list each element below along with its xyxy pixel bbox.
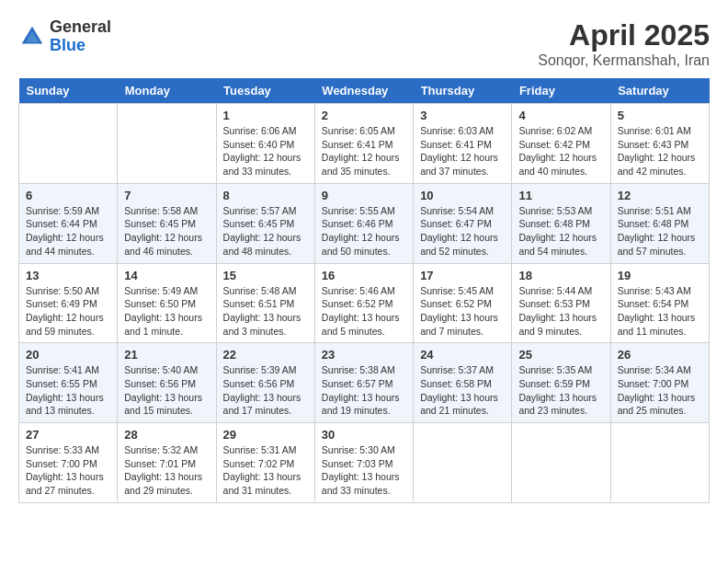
calendar-week-row: 20Sunrise: 5:41 AMSunset: 6:55 PMDayligh…: [19, 343, 710, 423]
day-info: Sunrise: 5:32 AMSunset: 7:01 PMDaylight:…: [124, 443, 209, 498]
day-number: 18: [518, 269, 603, 282]
table-row: 5Sunrise: 6:01 AMSunset: 6:43 PMDaylight…: [610, 104, 709, 184]
table-row: 16Sunrise: 5:46 AMSunset: 6:52 PMDayligh…: [314, 263, 413, 343]
day-info: Sunrise: 5:35 AMSunset: 6:59 PMDaylight:…: [518, 363, 603, 418]
day-info: Sunrise: 6:05 AMSunset: 6:41 PMDaylight:…: [322, 124, 406, 178]
day-info: Sunrise: 5:40 AMSunset: 6:56 PMDaylight:…: [124, 363, 209, 418]
table-row: 26Sunrise: 5:34 AMSunset: 7:00 PMDayligh…: [610, 343, 709, 423]
table-row: 2Sunrise: 6:05 AMSunset: 6:41 PMDaylight…: [314, 104, 413, 184]
table-row: 11Sunrise: 5:53 AMSunset: 6:48 PMDayligh…: [512, 183, 610, 263]
day-number: 20: [26, 348, 110, 362]
day-info: Sunrise: 5:55 AMSunset: 6:46 PMDaylight:…: [322, 204, 406, 259]
table-row: 19Sunrise: 5:43 AMSunset: 6:54 PMDayligh…: [610, 263, 709, 343]
day-number: 26: [618, 348, 702, 362]
day-info: Sunrise: 5:33 AMSunset: 7:00 PMDaylight:…: [26, 443, 110, 498]
location-subtitle: Sonqor, Kermanshah, Iran: [538, 52, 710, 69]
logo: General Blue: [18, 18, 111, 55]
day-number: 12: [618, 189, 702, 202]
col-saturday: Saturday: [610, 78, 709, 104]
day-number: 7: [124, 189, 209, 202]
col-sunday: Sunday: [19, 78, 118, 104]
table-row: 8Sunrise: 5:57 AMSunset: 6:45 PMDaylight…: [216, 183, 314, 263]
table-row: 13Sunrise: 5:50 AMSunset: 6:49 PMDayligh…: [19, 263, 118, 343]
day-info: Sunrise: 5:54 AMSunset: 6:47 PMDaylight:…: [420, 204, 505, 259]
table-row: [118, 104, 216, 184]
table-row: 15Sunrise: 5:48 AMSunset: 6:51 PMDayligh…: [216, 263, 314, 343]
day-number: 10: [420, 189, 505, 202]
day-number: 9: [322, 189, 406, 202]
day-info: Sunrise: 5:48 AMSunset: 6:51 PMDaylight:…: [223, 284, 308, 339]
day-info: Sunrise: 5:30 AMSunset: 7:03 PMDaylight:…: [322, 443, 406, 498]
calendar-table: Sunday Monday Tuesday Wednesday Thursday…: [18, 78, 710, 503]
day-info: Sunrise: 5:34 AMSunset: 7:00 PMDaylight:…: [618, 363, 702, 418]
table-row: 27Sunrise: 5:33 AMSunset: 7:00 PMDayligh…: [19, 423, 118, 503]
col-friday: Friday: [512, 78, 610, 104]
table-row: 17Sunrise: 5:45 AMSunset: 6:52 PMDayligh…: [414, 263, 512, 343]
logo-blue: Blue: [50, 36, 85, 54]
title-area: April 2025 Sonqor, Kermanshah, Iran: [538, 18, 710, 69]
table-row: 9Sunrise: 5:55 AMSunset: 6:46 PMDaylight…: [314, 183, 413, 263]
month-title: April 2025: [538, 18, 710, 52]
day-info: Sunrise: 5:50 AMSunset: 6:49 PMDaylight:…: [26, 284, 110, 339]
col-tuesday: Tuesday: [216, 78, 314, 104]
table-row: [512, 423, 610, 503]
table-row: 29Sunrise: 5:31 AMSunset: 7:02 PMDayligh…: [216, 423, 314, 503]
day-number: 16: [322, 269, 406, 282]
table-row: 1Sunrise: 6:06 AMSunset: 6:40 PMDaylight…: [216, 104, 314, 184]
day-number: 1: [223, 109, 308, 122]
table-row: 24Sunrise: 5:37 AMSunset: 6:58 PMDayligh…: [414, 343, 512, 423]
day-info: Sunrise: 5:49 AMSunset: 6:50 PMDaylight:…: [124, 284, 209, 339]
day-info: Sunrise: 6:01 AMSunset: 6:43 PMDaylight:…: [618, 124, 702, 178]
day-info: Sunrise: 5:44 AMSunset: 6:53 PMDaylight:…: [518, 284, 603, 339]
page-header: General Blue April 2025 Sonqor, Kermansh…: [18, 18, 710, 69]
day-number: 13: [26, 269, 110, 282]
logo-general: General: [50, 17, 111, 36]
day-info: Sunrise: 5:37 AMSunset: 6:58 PMDaylight:…: [420, 363, 505, 418]
day-info: Sunrise: 5:45 AMSunset: 6:52 PMDaylight:…: [420, 284, 505, 339]
table-row: 28Sunrise: 5:32 AMSunset: 7:01 PMDayligh…: [118, 423, 216, 503]
table-row: 21Sunrise: 5:40 AMSunset: 6:56 PMDayligh…: [118, 343, 216, 423]
table-row: [610, 423, 709, 503]
day-info: Sunrise: 6:03 AMSunset: 6:41 PMDaylight:…: [420, 124, 505, 178]
day-info: Sunrise: 5:39 AMSunset: 6:56 PMDaylight:…: [223, 363, 308, 418]
day-number: 3: [420, 109, 505, 122]
day-info: Sunrise: 6:06 AMSunset: 6:40 PMDaylight:…: [223, 124, 308, 178]
day-info: Sunrise: 5:59 AMSunset: 6:44 PMDaylight:…: [26, 204, 110, 259]
day-info: Sunrise: 5:58 AMSunset: 6:45 PMDaylight:…: [124, 204, 209, 259]
table-row: 10Sunrise: 5:54 AMSunset: 6:47 PMDayligh…: [414, 183, 512, 263]
day-number: 8: [223, 189, 308, 202]
day-number: 11: [518, 189, 603, 202]
day-number: 14: [124, 269, 209, 282]
col-thursday: Thursday: [414, 78, 512, 104]
logo-icon: [18, 23, 46, 51]
table-row: 14Sunrise: 5:49 AMSunset: 6:50 PMDayligh…: [118, 263, 216, 343]
day-number: 17: [420, 269, 505, 282]
col-wednesday: Wednesday: [314, 78, 413, 104]
table-row: 18Sunrise: 5:44 AMSunset: 6:53 PMDayligh…: [512, 263, 610, 343]
day-info: Sunrise: 5:41 AMSunset: 6:55 PMDaylight:…: [26, 363, 110, 418]
day-info: Sunrise: 6:02 AMSunset: 6:42 PMDaylight:…: [518, 124, 603, 178]
day-number: 30: [322, 428, 406, 442]
table-row: 7Sunrise: 5:58 AMSunset: 6:45 PMDaylight…: [118, 183, 216, 263]
day-info: Sunrise: 5:57 AMSunset: 6:45 PMDaylight:…: [223, 204, 308, 259]
day-info: Sunrise: 5:53 AMSunset: 6:48 PMDaylight:…: [518, 204, 603, 259]
day-info: Sunrise: 5:51 AMSunset: 6:48 PMDaylight:…: [618, 204, 702, 259]
table-row: 22Sunrise: 5:39 AMSunset: 6:56 PMDayligh…: [216, 343, 314, 423]
day-info: Sunrise: 5:31 AMSunset: 7:02 PMDaylight:…: [223, 443, 308, 498]
table-row: [414, 423, 512, 503]
calendar-week-row: 1Sunrise: 6:06 AMSunset: 6:40 PMDaylight…: [19, 104, 710, 184]
col-monday: Monday: [118, 78, 216, 104]
table-row: 25Sunrise: 5:35 AMSunset: 6:59 PMDayligh…: [512, 343, 610, 423]
day-number: 19: [618, 269, 702, 282]
table-row: 3Sunrise: 6:03 AMSunset: 6:41 PMDaylight…: [414, 104, 512, 184]
calendar-week-row: 6Sunrise: 5:59 AMSunset: 6:44 PMDaylight…: [19, 183, 710, 263]
day-number: 28: [124, 428, 209, 442]
day-info: Sunrise: 5:43 AMSunset: 6:54 PMDaylight:…: [618, 284, 702, 339]
day-number: 4: [518, 109, 603, 122]
logo-text: General Blue: [50, 18, 111, 55]
day-number: 29: [223, 428, 308, 442]
day-info: Sunrise: 5:46 AMSunset: 6:52 PMDaylight:…: [322, 284, 406, 339]
day-number: 6: [26, 189, 110, 202]
day-number: 27: [26, 428, 110, 442]
day-number: 22: [223, 348, 308, 362]
